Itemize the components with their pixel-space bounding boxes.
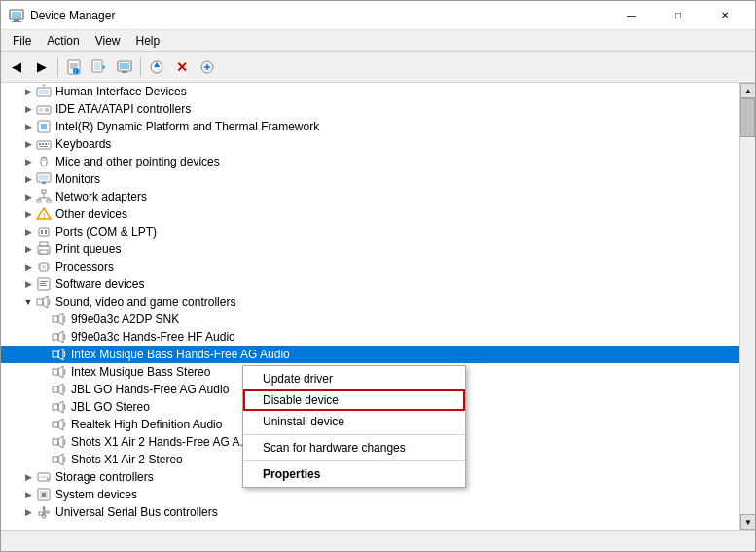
tree-item-ide[interactable]: ▶ IDE ATA/ATAPI controllers (1, 100, 739, 118)
toolbar-display[interactable] (113, 55, 136, 79)
tree-label: Ports (COM & LPT) (55, 225, 157, 239)
expand-icon[interactable]: ▶ (20, 136, 36, 152)
tree-item-intex-bass-handfree[interactable]: Intex Musique Bass Hands-Free AG Audio (1, 346, 739, 363)
scroll-track[interactable] (740, 98, 755, 514)
expand-icon[interactable]: ▶ (20, 224, 36, 239)
tree-label: Intel(R) Dynamic Platform and Thermal Fr… (55, 120, 319, 133)
tree-label: Software devices (55, 277, 144, 291)
menu-bar: File Action View Help (1, 30, 755, 52)
expand-icon[interactable]: ▶ (20, 171, 36, 187)
tree-item-system[interactable]: ▶ System devices (1, 486, 739, 503)
content-area: ▶ Human Interface Devices ▶ IDE ATA/ATAP… (1, 83, 755, 530)
tree-label: System devices (55, 488, 137, 501)
expand-icon[interactable]: ▼ (20, 294, 36, 310)
device-icon (36, 84, 52, 99)
vertical-scrollbar[interactable]: ▲ ▼ (739, 83, 755, 530)
svg-rect-68 (53, 316, 58, 322)
tree-item-network[interactable]: ▶ Network adapters (1, 188, 739, 205)
tree-item-human-interface[interactable]: ▶ Human Interface Devices (1, 83, 739, 100)
toolbar-forward[interactable]: ▶ (30, 55, 54, 79)
expand-icon[interactable]: ▶ (20, 241, 36, 257)
maximize-button[interactable]: □ (656, 1, 701, 30)
audio-icon (52, 399, 67, 415)
tree-item-monitors[interactable]: ▶ Monitors (1, 170, 739, 188)
tree-item-processors[interactable]: ▶ Processors (1, 258, 739, 276)
toolbar-update-driver[interactable] (145, 55, 168, 79)
expand-icon[interactable]: ▶ (20, 206, 36, 222)
tree-item-mice[interactable]: ▶ Mice and other pointing devices (1, 153, 739, 170)
tree-item-print[interactable]: ▶ Print queues (1, 240, 739, 258)
expand-icon[interactable]: ▶ (20, 504, 36, 520)
tree-label: Print queues (55, 242, 121, 256)
toolbar-uninstall[interactable]: ✕ (170, 55, 194, 79)
expand-icon (36, 382, 52, 397)
tree-item-sound[interactable]: ▼ Sound, video and game controllers (1, 293, 739, 311)
ctx-update-driver[interactable]: Update driver (243, 368, 465, 389)
tree-item-software[interactable]: ▶ Software devices (1, 276, 739, 293)
expand-icon[interactable]: ▶ (20, 101, 36, 117)
svg-rect-74 (53, 369, 58, 375)
svg-marker-67 (43, 296, 48, 308)
menu-help[interactable]: Help (128, 32, 168, 50)
toolbar-add-legacy[interactable] (196, 55, 219, 79)
svg-rect-80 (53, 422, 58, 427)
tree-item-other[interactable]: ▶ ! Other devices (1, 205, 739, 223)
expand-icon[interactable]: ▶ (20, 189, 36, 204)
status-bar (1, 530, 755, 551)
audio-icon (52, 434, 67, 450)
toolbar-properties[interactable]: i (62, 55, 86, 79)
svg-rect-3 (12, 21, 21, 22)
toolbar-back[interactable]: ◀ (5, 55, 28, 79)
svg-point-22 (43, 85, 45, 87)
scroll-thumb[interactable] (740, 98, 755, 137)
title-bar: Device Manager — □ ✕ (1, 1, 755, 30)
warning-icon: ! (36, 206, 52, 222)
expand-icon[interactable]: ▶ (20, 259, 36, 275)
expand-icon[interactable]: ▶ (20, 276, 36, 292)
toolbar: ◀ ▶ i (1, 52, 755, 83)
tree-label: Storage controllers (55, 470, 154, 484)
tree-item-intel[interactable]: ▶ Intel(R) Dynamic Platform and Thermal … (1, 118, 739, 135)
system-icon (36, 487, 52, 502)
ctx-uninstall-device[interactable]: Uninstall device (243, 411, 465, 432)
svg-rect-63 (40, 281, 48, 282)
svg-rect-41 (42, 190, 46, 193)
tree-item-hf-audio[interactable]: 9f9e0a3c Hands-Free HF Audio (1, 328, 739, 346)
svg-rect-24 (39, 108, 43, 112)
ctx-scan-hardware[interactable]: Scan for hardware changes (243, 437, 465, 459)
toolbar-scan[interactable] (88, 55, 111, 79)
svg-rect-57 (42, 265, 46, 269)
expand-icon[interactable]: ▶ (20, 487, 36, 502)
expand-icon[interactable]: ▶ (20, 154, 36, 169)
scroll-down-button[interactable]: ▼ (740, 514, 755, 530)
ctx-disable-device[interactable]: Disable device (243, 389, 465, 411)
tree-label: Keyboards (55, 137, 111, 151)
tree-panel[interactable]: ▶ Human Interface Devices ▶ IDE ATA/ATAP… (1, 83, 739, 530)
tree-label: Mice and other pointing devices (55, 155, 220, 168)
ctx-properties[interactable]: Properties (243, 463, 465, 485)
close-button[interactable]: ✕ (702, 1, 747, 30)
expand-icon[interactable]: ▶ (20, 119, 36, 134)
svg-rect-42 (37, 200, 41, 202)
tree-label: Shots X1 Air 2 Hands-Free AG A... (71, 435, 249, 449)
svg-rect-33 (40, 146, 48, 147)
menu-action[interactable]: Action (39, 32, 87, 50)
tree-item-a2dp[interactable]: 9f9e0a3c A2DP SNK (1, 311, 739, 328)
ports-icon (36, 224, 52, 239)
menu-file[interactable]: File (5, 32, 39, 50)
svg-rect-72 (53, 351, 58, 357)
menu-view[interactable]: View (88, 32, 128, 50)
ctx-separator2 (243, 460, 465, 461)
expand-icon[interactable]: ▶ (20, 469, 36, 485)
title-bar-controls: — □ ✕ (609, 1, 747, 30)
ctx-separator (243, 434, 465, 435)
audio-icon (52, 382, 67, 397)
minimize-button[interactable]: — (609, 1, 654, 30)
scroll-up-button[interactable]: ▲ (740, 83, 755, 98)
expand-icon[interactable]: ▶ (20, 84, 36, 99)
tree-item-usb[interactable]: ▶ Universal Serial Bus controllers (1, 503, 739, 521)
audio-icon (52, 452, 67, 467)
tree-item-ports[interactable]: ▶ Ports (COM & LPT) (1, 223, 739, 240)
tree-item-keyboards[interactable]: ▶ Keyboards (1, 135, 739, 153)
svg-rect-29 (39, 143, 41, 145)
